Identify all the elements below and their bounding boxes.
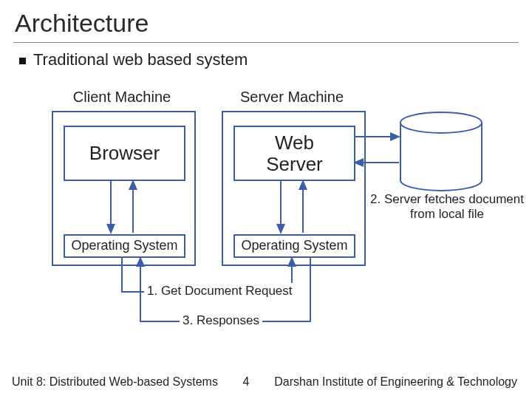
svg-point-0 bbox=[400, 112, 482, 133]
diagram-stage: Client Machine Server Machine Browser Op… bbox=[0, 89, 532, 362]
client-machine-box: Browser Operating System bbox=[52, 111, 196, 266]
step3-label: 3. Responses bbox=[180, 313, 262, 329]
server-os-box: Operating System bbox=[233, 234, 355, 258]
server-machine-label: Server Machine bbox=[233, 89, 351, 106]
footer-org: Darshan Institute of Engineering & Techn… bbox=[274, 375, 517, 389]
footer: Unit 8: Distributed Web-based Systems 4 … bbox=[0, 368, 532, 399]
step1-label: 1. Get Document Request bbox=[144, 283, 296, 299]
webserver-box: Web Server bbox=[233, 126, 355, 181]
browser-label: Browser bbox=[89, 143, 160, 164]
footer-unit: Unit 8: Distributed Web-based Systems bbox=[12, 375, 218, 389]
server-os-label: Operating System bbox=[241, 239, 347, 253]
bullet-square-icon bbox=[19, 58, 26, 64]
database-icon bbox=[399, 111, 484, 192]
client-os-box: Operating System bbox=[64, 234, 185, 258]
browser-box: Browser bbox=[64, 126, 185, 181]
slide-title: Architecture bbox=[0, 0, 532, 38]
server-machine-box: Web Server Operating System bbox=[222, 111, 366, 266]
bullet-item: Traditional web based system bbox=[0, 43, 532, 69]
step2-note: 2. Server fetches document from local fi… bbox=[369, 192, 525, 221]
webserver-label: Web Server bbox=[266, 132, 323, 174]
client-os-label: Operating System bbox=[71, 239, 177, 253]
footer-page: 4 bbox=[243, 375, 250, 389]
client-machine-label: Client Machine bbox=[63, 89, 181, 106]
bullet-text: Traditional web based system bbox=[33, 50, 248, 69]
